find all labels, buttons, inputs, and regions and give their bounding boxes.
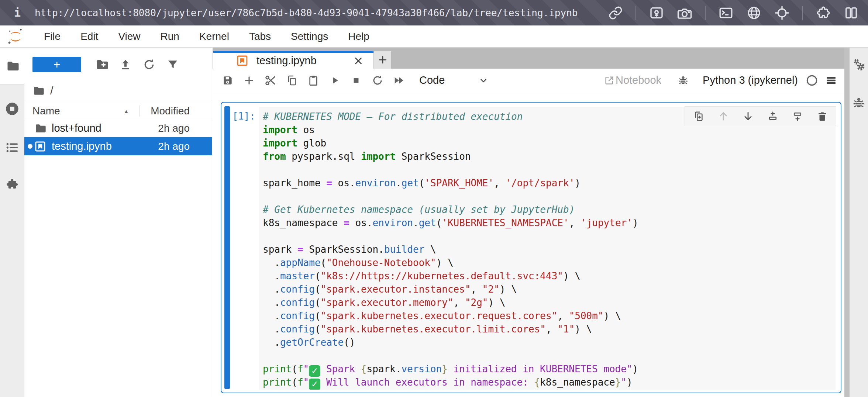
cell-collapser[interactable]	[224, 106, 230, 389]
left-activity-bar	[0, 48, 24, 397]
sidebar-tab-table-of-contents[interactable]	[0, 135, 24, 160]
code-cell[interactable]: [1]:	[221, 102, 841, 393]
cell-type-value: Code	[419, 74, 445, 86]
breadcrumb-root[interactable]: /	[50, 84, 53, 97]
divider	[802, 6, 803, 20]
upload-icon	[119, 58, 132, 71]
upload-button[interactable]	[114, 58, 137, 71]
refresh-button[interactable]	[137, 58, 161, 71]
paste-icon	[307, 75, 319, 86]
browser-bar: i http://localhost:8080/jupyter/user/786…	[0, 0, 868, 25]
add-cell-button[interactable]	[238, 75, 260, 86]
insert-cell-below-button[interactable]	[792, 111, 803, 122]
restart-kernel-button[interactable]	[367, 75, 388, 86]
folder-icon	[34, 122, 46, 134]
insert-above-icon	[767, 111, 778, 122]
terminal-icon[interactable]	[718, 6, 734, 20]
move-cell-down-button[interactable]	[743, 111, 754, 122]
breadcrumb[interactable]: /	[32, 84, 53, 97]
menu-file[interactable]: File	[34, 31, 70, 42]
menu-settings[interactable]: Settings	[281, 31, 338, 42]
file-modified: 2h ago	[158, 141, 190, 152]
open-in-notebook-button[interactable]: Notebook	[604, 74, 661, 86]
trash-icon	[817, 111, 828, 122]
run-icon	[329, 75, 340, 86]
kernel-name[interactable]: Python 3 (ipykernel)	[703, 74, 798, 86]
jupyter-logo-icon	[6, 27, 25, 46]
running-sessions-icon	[5, 101, 20, 116]
main-dock-panel: testing.ipynb	[213, 48, 844, 397]
plus-icon	[377, 54, 388, 65]
camera-icon[interactable]	[677, 6, 692, 20]
debugger-bug-icon	[852, 96, 865, 110]
puzzle-icon[interactable]	[816, 6, 831, 20]
kernel-status-indicator	[806, 75, 818, 86]
scrollbar-track[interactable]	[844, 48, 850, 397]
property-inspector-gears-icon	[851, 57, 866, 73]
image-icon[interactable]	[649, 6, 664, 20]
insert-cell-above-button[interactable]	[767, 111, 778, 122]
save-button[interactable]	[217, 75, 238, 86]
new-folder-button[interactable]	[90, 58, 114, 71]
unsaved-changes-dot	[28, 144, 32, 149]
browser-actions	[608, 6, 858, 20]
sidebar-tab-running-sessions[interactable]	[0, 97, 24, 121]
globe-icon[interactable]	[746, 6, 762, 20]
address-url[interactable]: http://localhost:8080/jupyter/user/786c7…	[35, 7, 578, 18]
tab-label: testing.ipynb	[256, 55, 317, 67]
menu-edit[interactable]: Edit	[70, 31, 108, 42]
file-listing: lost+found 2h ago testing.ipynb 2h ago	[24, 119, 212, 155]
table-of-contents-icon	[5, 141, 19, 155]
arrow-down-icon	[743, 111, 754, 122]
restart-run-all-button[interactable]	[388, 74, 410, 87]
column-header-modified[interactable]: Modified	[151, 105, 190, 117]
cut-cells-button[interactable]	[260, 74, 281, 87]
code-editor[interactable]: # KUBERNETES MODE — For distributed exec…	[259, 107, 836, 390]
sidebar-tab-file-browser[interactable]	[0, 48, 25, 85]
listing-header: Name ▲ Modified	[24, 103, 212, 119]
tab-close-button[interactable]	[353, 55, 364, 66]
menu-help[interactable]: Help	[338, 31, 379, 42]
file-browser-toolbar: +	[24, 54, 212, 75]
filter-button[interactable]	[161, 59, 185, 70]
tab-testing-ipynb[interactable]: testing.ipynb	[213, 51, 373, 69]
refresh-icon	[143, 58, 155, 71]
menu-tabs[interactable]: Tabs	[239, 31, 281, 42]
new-tab-button[interactable]	[373, 51, 391, 69]
new-launcher-button[interactable]: +	[32, 57, 81, 72]
menu-bar: File Edit View Run Kernel Tabs Settings …	[0, 25, 868, 48]
folder-icon	[6, 59, 19, 73]
menu-kernel[interactable]: Kernel	[189, 31, 239, 42]
execution-count: [1]:	[221, 111, 255, 122]
link-icon[interactable]	[608, 6, 623, 20]
dock-tab-bar: testing.ipynb	[213, 48, 844, 69]
file-row-lost-found[interactable]: lost+found 2h ago	[24, 119, 212, 137]
duplicate-cell-button[interactable]	[693, 111, 704, 122]
interrupt-kernel-button[interactable]	[345, 75, 367, 86]
split-view-icon[interactable]	[844, 6, 858, 20]
info-icon: i	[14, 6, 21, 19]
debugger-toggle-button[interactable]	[678, 75, 689, 86]
crosshair-icon[interactable]	[774, 6, 790, 20]
file-browser-panel: +	[24, 48, 212, 397]
toolbar-right-group: Notebook Python 3 (ipykernel)	[604, 74, 837, 86]
arrow-up-icon	[718, 111, 729, 122]
toolbar-overflow-menu[interactable]	[825, 75, 837, 86]
debugger-tab[interactable]	[850, 96, 868, 110]
filter-icon	[167, 59, 179, 70]
menu-run[interactable]: Run	[151, 31, 189, 42]
run-cell-button[interactable]	[324, 75, 345, 86]
paste-cells-button[interactable]	[303, 75, 324, 86]
sidebar-tab-extensions[interactable]	[0, 172, 24, 197]
file-row-testing-ipynb[interactable]: testing.ipynb 2h ago	[24, 137, 212, 155]
delete-cell-button[interactable]	[817, 111, 828, 122]
bug-icon	[678, 75, 689, 86]
stop-icon	[351, 75, 361, 86]
property-inspector-tab[interactable]	[850, 57, 868, 73]
duplicate-cell-icon	[693, 111, 704, 122]
menu-view[interactable]: View	[108, 31, 150, 42]
cell-type-dropdown[interactable]: Code	[419, 74, 488, 86]
column-header-name[interactable]: Name	[32, 105, 60, 117]
copy-cells-button[interactable]	[281, 75, 303, 86]
move-cell-up-button[interactable]	[718, 111, 729, 122]
